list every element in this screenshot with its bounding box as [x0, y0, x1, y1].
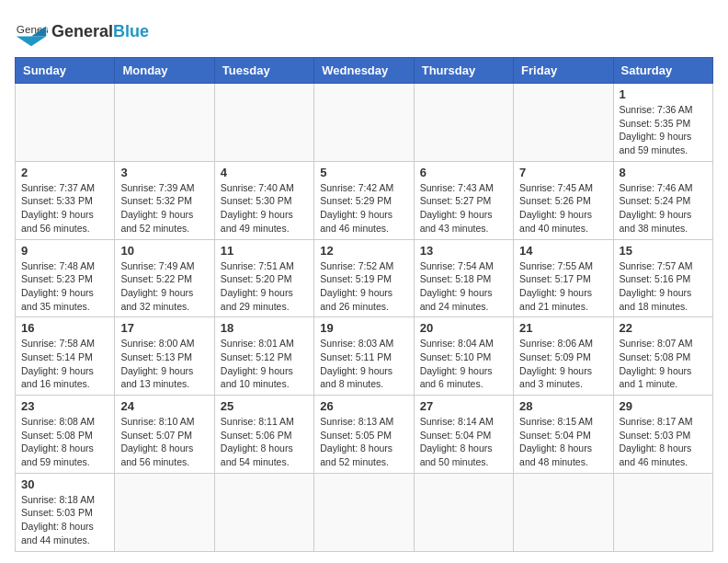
logo: General GeneralBlue [15, 15, 149, 48]
calendar-week-row: 1Sunrise: 7:36 AMSunset: 5:35 PMDaylight… [16, 84, 713, 162]
calendar-day-cell: 26Sunrise: 8:13 AMSunset: 5:05 PMDayligh… [314, 396, 414, 474]
day-number: 15 [620, 244, 707, 258]
day-number: 17 [120, 321, 208, 335]
calendar-day-cell [214, 473, 313, 551]
day-number: 16 [21, 321, 108, 335]
day-number: 5 [320, 166, 407, 179]
day-info: Sunrise: 8:03 AMSunset: 5:11 PMDaylight:… [320, 337, 407, 391]
day-info: Sunrise: 7:43 AMSunset: 5:27 PMDaylight:… [420, 181, 507, 236]
calendar-day-cell: 25Sunrise: 8:11 AMSunset: 5:06 PMDayligh… [214, 396, 313, 474]
calendar-day-cell: 19Sunrise: 8:03 AMSunset: 5:11 PMDayligh… [314, 317, 414, 396]
svg-marker-1 [17, 36, 46, 46]
day-info: Sunrise: 7:49 AMSunset: 5:22 PMDaylight:… [120, 259, 208, 314]
day-info: Sunrise: 8:01 AMSunset: 5:12 PMDaylight:… [221, 337, 308, 391]
day-number: 12 [320, 244, 407, 258]
calendar-week-row: 30Sunrise: 8:18 AMSunset: 5:03 PMDayligh… [16, 473, 713, 551]
calendar-day-cell: 30Sunrise: 8:18 AMSunset: 5:03 PMDayligh… [16, 473, 115, 551]
day-number: 6 [420, 166, 507, 179]
calendar-day-cell [314, 84, 414, 162]
day-info: Sunrise: 8:04 AMSunset: 5:10 PMDaylight:… [420, 337, 507, 391]
day-number: 27 [420, 399, 507, 413]
calendar-day-cell: 6Sunrise: 7:43 AMSunset: 5:27 PMDaylight… [414, 161, 513, 239]
day-number: 4 [221, 166, 308, 179]
day-number: 10 [120, 244, 208, 258]
weekday-header-thursday: Thursday [414, 58, 513, 84]
calendar-day-cell: 1Sunrise: 7:36 AMSunset: 5:35 PMDaylight… [613, 84, 712, 162]
day-number: 8 [620, 166, 707, 179]
calendar-day-cell: 15Sunrise: 7:57 AMSunset: 5:16 PMDayligh… [613, 239, 712, 317]
weekday-header-sunday: Sunday [16, 58, 115, 84]
day-number: 28 [519, 399, 607, 413]
calendar-day-cell: 10Sunrise: 7:49 AMSunset: 5:22 PMDayligh… [115, 239, 214, 317]
day-info: Sunrise: 7:55 AMSunset: 5:17 PMDaylight:… [519, 259, 607, 314]
calendar-day-cell: 18Sunrise: 8:01 AMSunset: 5:12 PMDayligh… [214, 317, 313, 396]
day-info: Sunrise: 7:52 AMSunset: 5:19 PMDaylight:… [320, 259, 407, 314]
day-number: 18 [221, 321, 308, 335]
day-number: 26 [320, 399, 407, 413]
calendar-day-cell [314, 473, 414, 551]
calendar-day-cell: 29Sunrise: 8:17 AMSunset: 5:03 PMDayligh… [613, 396, 712, 474]
day-info: Sunrise: 8:17 AMSunset: 5:03 PMDaylight:… [620, 415, 707, 469]
calendar-week-row: 2Sunrise: 7:37 AMSunset: 5:33 PMDaylight… [16, 161, 713, 239]
calendar-day-cell: 21Sunrise: 8:06 AMSunset: 5:09 PMDayligh… [514, 317, 613, 396]
calendar-day-cell: 28Sunrise: 8:15 AMSunset: 5:04 PMDayligh… [514, 396, 613, 474]
day-number: 21 [519, 321, 607, 335]
day-number: 9 [21, 244, 108, 258]
calendar-day-cell: 2Sunrise: 7:37 AMSunset: 5:33 PMDaylight… [16, 161, 115, 239]
weekday-header-row: SundayMondayTuesdayWednesdayThursdayFrid… [16, 58, 713, 84]
calendar-day-cell [115, 473, 214, 551]
calendar-day-cell: 5Sunrise: 7:42 AMSunset: 5:29 PMDaylight… [314, 161, 414, 239]
day-info: Sunrise: 7:37 AMSunset: 5:33 PMDaylight:… [21, 181, 108, 236]
day-number: 13 [420, 244, 507, 258]
day-number: 11 [221, 244, 308, 258]
day-info: Sunrise: 7:39 AMSunset: 5:32 PMDaylight:… [120, 181, 208, 236]
calendar-day-cell: 3Sunrise: 7:39 AMSunset: 5:32 PMDaylight… [115, 161, 214, 239]
page-header: General GeneralBlue [15, 15, 713, 48]
day-number: 1 [620, 87, 707, 101]
day-info: Sunrise: 7:58 AMSunset: 5:14 PMDaylight:… [21, 337, 108, 391]
calendar-day-cell: 27Sunrise: 8:14 AMSunset: 5:04 PMDayligh… [414, 396, 513, 474]
calendar-day-cell: 13Sunrise: 7:54 AMSunset: 5:18 PMDayligh… [414, 239, 513, 317]
calendar-table: SundayMondayTuesdayWednesdayThursdayFrid… [15, 57, 713, 552]
day-info: Sunrise: 8:07 AMSunset: 5:08 PMDaylight:… [620, 337, 707, 391]
calendar-week-row: 9Sunrise: 7:48 AMSunset: 5:23 PMDaylight… [16, 239, 713, 317]
calendar-day-cell: 24Sunrise: 8:10 AMSunset: 5:07 PMDayligh… [115, 396, 214, 474]
calendar-day-cell: 4Sunrise: 7:40 AMSunset: 5:30 PMDaylight… [214, 161, 313, 239]
day-info: Sunrise: 7:51 AMSunset: 5:20 PMDaylight:… [221, 259, 308, 314]
day-number: 30 [21, 477, 108, 491]
calendar-day-cell: 12Sunrise: 7:52 AMSunset: 5:19 PMDayligh… [314, 239, 414, 317]
day-info: Sunrise: 7:42 AMSunset: 5:29 PMDaylight:… [320, 181, 407, 236]
generalblue-logo-icon: General [15, 15, 48, 48]
day-info: Sunrise: 7:40 AMSunset: 5:30 PMDaylight:… [221, 181, 308, 236]
calendar-day-cell: 17Sunrise: 8:00 AMSunset: 5:13 PMDayligh… [115, 317, 214, 396]
day-number: 2 [21, 166, 108, 179]
day-number: 24 [120, 399, 208, 413]
weekday-header-friday: Friday [514, 58, 613, 84]
calendar-day-cell: 16Sunrise: 7:58 AMSunset: 5:14 PMDayligh… [16, 317, 115, 396]
day-info: Sunrise: 8:10 AMSunset: 5:07 PMDaylight:… [120, 415, 208, 469]
calendar-week-row: 23Sunrise: 8:08 AMSunset: 5:08 PMDayligh… [16, 396, 713, 474]
day-number: 14 [519, 244, 607, 258]
calendar-week-row: 16Sunrise: 7:58 AMSunset: 5:14 PMDayligh… [16, 317, 713, 396]
day-number: 29 [620, 399, 707, 413]
day-info: Sunrise: 8:18 AMSunset: 5:03 PMDaylight:… [21, 493, 108, 547]
weekday-header-monday: Monday [115, 58, 214, 84]
calendar-day-cell: 11Sunrise: 7:51 AMSunset: 5:20 PMDayligh… [214, 239, 313, 317]
calendar-day-cell: 22Sunrise: 8:07 AMSunset: 5:08 PMDayligh… [613, 317, 712, 396]
day-info: Sunrise: 8:00 AMSunset: 5:13 PMDaylight:… [120, 337, 208, 391]
day-info: Sunrise: 8:15 AMSunset: 5:04 PMDaylight:… [519, 415, 607, 469]
day-number: 7 [519, 166, 607, 179]
day-number: 22 [620, 321, 707, 335]
calendar-day-cell: 8Sunrise: 7:46 AMSunset: 5:24 PMDaylight… [613, 161, 712, 239]
day-info: Sunrise: 7:46 AMSunset: 5:24 PMDaylight:… [620, 181, 707, 236]
day-number: 25 [221, 399, 308, 413]
day-info: Sunrise: 8:14 AMSunset: 5:04 PMDaylight:… [420, 415, 507, 469]
calendar-day-cell [514, 473, 613, 551]
calendar-day-cell [414, 473, 513, 551]
day-info: Sunrise: 7:45 AMSunset: 5:26 PMDaylight:… [519, 181, 607, 236]
day-info: Sunrise: 8:06 AMSunset: 5:09 PMDaylight:… [519, 337, 607, 391]
calendar-day-cell [514, 84, 613, 162]
weekday-header-tuesday: Tuesday [214, 58, 313, 84]
day-number: 20 [420, 321, 507, 335]
calendar-day-cell: 9Sunrise: 7:48 AMSunset: 5:23 PMDaylight… [16, 239, 115, 317]
